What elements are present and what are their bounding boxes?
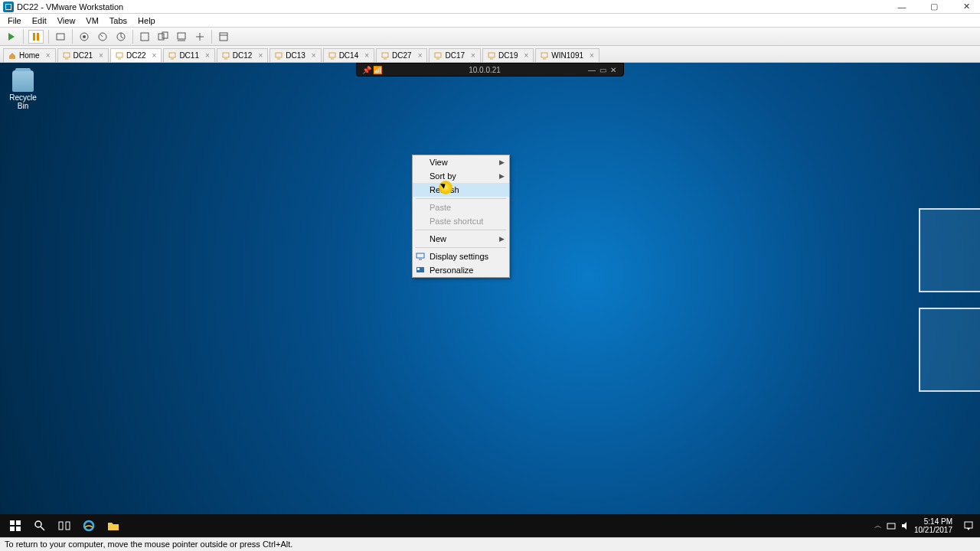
context-view[interactable]: View ▶ xyxy=(413,155,509,169)
revert-snapshot-button[interactable] xyxy=(96,30,109,44)
tray-chevron-up-icon[interactable]: ︿ xyxy=(874,520,882,531)
context-refresh[interactable]: Refresh xyxy=(413,183,509,197)
vm-minimize-button[interactable]: — xyxy=(586,66,597,74)
task-view-icon xyxy=(58,520,70,532)
vm-icon xyxy=(328,52,336,60)
window-close-button[interactable]: ✕ xyxy=(956,1,977,13)
menu-edit[interactable]: Edit xyxy=(28,15,51,27)
chevron-right-icon: ▶ xyxy=(499,235,505,243)
tray-time: 5:14 PM xyxy=(914,517,952,526)
snapshot-button[interactable] xyxy=(77,30,91,44)
tab-close-icon[interactable]: × xyxy=(312,51,316,60)
start-button[interactable] xyxy=(3,514,28,537)
tab-close-icon[interactable]: × xyxy=(205,51,210,60)
desktop-context-menu: View ▶ Sort by ▶ Refresh Paste Paste sho… xyxy=(412,155,510,278)
tabbar: Home × DC21×DC22×DC11×DC12×DC13×DC14×DC2… xyxy=(0,46,980,63)
vm-icon xyxy=(168,52,176,60)
tab-close-icon[interactable]: × xyxy=(524,51,528,60)
tab-dc13[interactable]: DC13× xyxy=(270,48,321,62)
console-view-button[interactable] xyxy=(175,30,188,44)
tab-dc22[interactable]: DC22× xyxy=(110,48,162,62)
notification-icon xyxy=(963,520,974,531)
tab-close-icon[interactable]: × xyxy=(590,51,594,60)
home-icon xyxy=(8,52,16,60)
context-new-label: New xyxy=(430,234,446,243)
window-minimize-button[interactable]: — xyxy=(891,1,913,13)
svg-rect-25 xyxy=(382,53,388,57)
tab-dc11[interactable]: DC11× xyxy=(163,48,214,62)
tab-dc12[interactable]: DC12× xyxy=(217,48,268,62)
send-ctrl-alt-del-button[interactable] xyxy=(54,30,67,44)
toolbar xyxy=(0,28,980,46)
context-new[interactable]: New ▶ xyxy=(413,232,509,246)
svg-rect-39 xyxy=(10,527,15,531)
context-sort-by[interactable]: Sort by ▶ xyxy=(413,169,509,183)
vm-icon xyxy=(541,52,548,60)
svg-rect-15 xyxy=(116,53,122,57)
context-paste-shortcut-label: Paste shortcut xyxy=(430,217,483,226)
action-center-button[interactable] xyxy=(960,514,977,537)
svg-rect-17 xyxy=(169,53,175,57)
svg-point-3 xyxy=(83,35,86,38)
internet-explorer-button[interactable] xyxy=(77,514,101,537)
pin-icon[interactable]: 📌 xyxy=(361,66,372,74)
vm-icon xyxy=(381,52,389,60)
tab-dc17[interactable]: DC17× xyxy=(429,48,480,62)
vm-icon xyxy=(275,52,283,60)
recycle-bin-icon[interactable]: Recycle Bin xyxy=(6,70,40,110)
vmware-app-icon xyxy=(3,2,14,12)
fullscreen-button[interactable] xyxy=(138,30,152,44)
guest-desktop[interactable]: Recycle Bin 📌 📶 10.0.0.21 — ▭ ✕ View ▶ S… xyxy=(0,63,980,537)
tab-close-icon[interactable]: × xyxy=(99,51,103,60)
menubar: File Edit View VM Tabs Help xyxy=(0,14,980,28)
volume-icon[interactable] xyxy=(900,521,910,530)
file-explorer-button[interactable] xyxy=(101,514,126,537)
pause-button[interactable] xyxy=(28,30,44,44)
tab-close-icon[interactable]: × xyxy=(471,51,475,60)
svg-rect-43 xyxy=(59,522,63,530)
context-display-settings[interactable]: Display settings xyxy=(413,249,509,263)
tab-dc27[interactable]: DC27× xyxy=(376,48,427,62)
tab-win1091[interactable]: WIN1091× xyxy=(535,48,599,62)
context-personalize[interactable]: Personalize xyxy=(413,263,509,277)
network-icon[interactable] xyxy=(887,521,896,530)
svg-rect-21 xyxy=(276,53,282,57)
personalize-icon xyxy=(416,266,425,275)
library-button[interactable] xyxy=(217,30,230,44)
task-view-button[interactable] xyxy=(52,514,77,537)
power-on-button[interactable] xyxy=(5,30,18,44)
tab-dc14[interactable]: DC14× xyxy=(323,48,374,62)
menu-vm[interactable]: VM xyxy=(81,15,103,27)
vm-connection-bar[interactable]: 📌 📶 10.0.0.21 — ▭ ✕ xyxy=(356,63,624,77)
vm-restore-button[interactable]: ▭ xyxy=(597,66,608,74)
tab-close-icon[interactable]: × xyxy=(152,51,157,60)
statusbar: To return to your computer, move the mou… xyxy=(0,537,980,551)
svg-rect-36 xyxy=(417,268,420,270)
recycle-bin-label: Recycle Bin xyxy=(6,93,40,110)
tab-close-icon[interactable]: × xyxy=(46,51,51,60)
windows-icon xyxy=(9,520,21,532)
unity-button[interactable] xyxy=(156,30,170,44)
svg-rect-8 xyxy=(162,32,168,38)
stretch-button[interactable] xyxy=(193,30,207,44)
menu-file[interactable]: File xyxy=(3,15,26,27)
tab-close-icon[interactable]: × xyxy=(418,51,423,60)
snapshot-manager-button[interactable] xyxy=(114,30,128,44)
tab-home[interactable]: Home × xyxy=(3,48,56,62)
trash-icon xyxy=(12,70,34,92)
search-button[interactable] xyxy=(28,514,52,537)
menu-help[interactable]: Help xyxy=(133,15,160,27)
guest-taskbar: ︿ 5:14 PM 10/21/2017 xyxy=(0,514,980,537)
menu-view[interactable]: View xyxy=(53,15,80,27)
window-maximize-button[interactable]: ▢ xyxy=(923,1,945,13)
tab-dc21[interactable]: DC21× xyxy=(57,48,109,62)
menu-tabs[interactable]: Tabs xyxy=(105,15,132,27)
system-tray[interactable]: ︿ 5:14 PM 10/21/2017 xyxy=(874,514,977,537)
monitor-icon xyxy=(416,252,425,261)
taskbar-clock[interactable]: 5:14 PM 10/21/2017 xyxy=(914,517,956,534)
vm-icon xyxy=(63,52,70,60)
tab-close-icon[interactable]: × xyxy=(364,51,369,60)
tab-close-icon[interactable]: × xyxy=(258,51,263,60)
tab-dc19[interactable]: DC19× xyxy=(482,48,534,62)
vm-close-button[interactable]: ✕ xyxy=(608,66,619,74)
